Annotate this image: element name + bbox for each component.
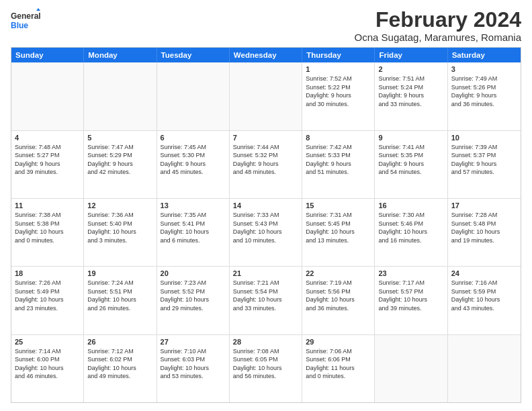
calendar-header-cell: Friday bbox=[375, 48, 447, 62]
calendar-header-cell: Thursday bbox=[302, 48, 375, 62]
cell-info: Sunrise: 7:12 AM Sunset: 6:02 PM Dayligh… bbox=[87, 347, 152, 381]
calendar-row: 25Sunrise: 7:14 AM Sunset: 6:00 PM Dayli… bbox=[11, 335, 521, 402]
cell-info: Sunrise: 7:35 AM Sunset: 5:41 PM Dayligh… bbox=[161, 211, 226, 244]
svg-text:Blue: Blue bbox=[11, 21, 28, 30]
day-number: 23 bbox=[378, 269, 443, 277]
calendar-cell: 9Sunrise: 7:41 AM Sunset: 5:35 PM Daylig… bbox=[375, 131, 447, 198]
day-number: 5 bbox=[87, 134, 152, 142]
calendar-header-cell: Monday bbox=[84, 48, 157, 62]
calendar-cell: 7Sunrise: 7:44 AM Sunset: 5:32 PM Daylig… bbox=[230, 131, 302, 198]
day-number: 28 bbox=[233, 338, 298, 346]
calendar-cell: 15Sunrise: 7:31 AM Sunset: 5:45 PM Dayli… bbox=[302, 199, 375, 266]
day-number: 26 bbox=[87, 338, 152, 346]
calendar-cell: 24Sunrise: 7:16 AM Sunset: 5:59 PM Dayli… bbox=[448, 267, 521, 334]
calendar-row: 1Sunrise: 7:52 AM Sunset: 5:22 PM Daylig… bbox=[11, 62, 521, 130]
calendar-cell bbox=[157, 62, 230, 130]
calendar-cell bbox=[448, 335, 521, 402]
cell-info: Sunrise: 7:21 AM Sunset: 5:54 PM Dayligh… bbox=[233, 279, 298, 312]
calendar-header: SundayMondayTuesdayWednesdayThursdayFrid… bbox=[11, 48, 521, 62]
day-number: 9 bbox=[378, 134, 443, 142]
calendar-row: 18Sunrise: 7:26 AM Sunset: 5:49 PM Dayli… bbox=[11, 267, 521, 334]
cell-info: Sunrise: 7:19 AM Sunset: 5:56 PM Dayligh… bbox=[306, 279, 371, 312]
day-number: 2 bbox=[378, 65, 443, 73]
day-number: 10 bbox=[451, 134, 517, 142]
calendar-cell: 14Sunrise: 7:33 AM Sunset: 5:43 PM Dayli… bbox=[230, 199, 302, 266]
cell-info: Sunrise: 7:39 AM Sunset: 5:37 PM Dayligh… bbox=[451, 143, 517, 177]
cell-info: Sunrise: 7:10 AM Sunset: 6:03 PM Dayligh… bbox=[161, 347, 226, 381]
cell-info: Sunrise: 7:17 AM Sunset: 5:57 PM Dayligh… bbox=[378, 279, 443, 312]
day-number: 25 bbox=[15, 338, 80, 346]
header: General Blue February 2024 Ocna Sugatag,… bbox=[11, 8, 521, 43]
day-number: 22 bbox=[306, 269, 371, 277]
calendar-header-cell: Sunday bbox=[11, 48, 84, 62]
logo-svg: General Blue bbox=[11, 8, 40, 32]
calendar-cell: 12Sunrise: 7:36 AM Sunset: 5:40 PM Dayli… bbox=[84, 199, 157, 266]
day-number: 13 bbox=[161, 201, 226, 210]
cell-info: Sunrise: 7:49 AM Sunset: 5:26 PM Dayligh… bbox=[451, 75, 517, 108]
cell-info: Sunrise: 7:33 AM Sunset: 5:43 PM Dayligh… bbox=[233, 211, 298, 244]
calendar-cell: 27Sunrise: 7:10 AM Sunset: 6:03 PM Dayli… bbox=[157, 335, 230, 402]
calendar-cell: 21Sunrise: 7:21 AM Sunset: 5:54 PM Dayli… bbox=[230, 267, 302, 334]
calendar-body: 1Sunrise: 7:52 AM Sunset: 5:22 PM Daylig… bbox=[11, 62, 521, 402]
cell-info: Sunrise: 7:51 AM Sunset: 5:24 PM Dayligh… bbox=[378, 75, 443, 108]
day-number: 19 bbox=[87, 269, 152, 277]
svg-text:General: General bbox=[11, 11, 40, 21]
day-number: 3 bbox=[451, 65, 517, 73]
calendar-cell: 17Sunrise: 7:28 AM Sunset: 5:48 PM Dayli… bbox=[448, 199, 521, 266]
calendar-cell: 25Sunrise: 7:14 AM Sunset: 6:00 PM Dayli… bbox=[11, 335, 84, 402]
cell-info: Sunrise: 7:28 AM Sunset: 5:48 PM Dayligh… bbox=[451, 211, 517, 244]
calendar-header-cell: Saturday bbox=[448, 48, 521, 62]
calendar-cell: 16Sunrise: 7:30 AM Sunset: 5:46 PM Dayli… bbox=[375, 199, 447, 266]
day-number: 7 bbox=[233, 134, 298, 142]
day-number: 12 bbox=[87, 201, 152, 210]
cell-info: Sunrise: 7:23 AM Sunset: 5:52 PM Dayligh… bbox=[161, 279, 226, 312]
day-number: 4 bbox=[15, 134, 80, 142]
calendar-cell: 11Sunrise: 7:38 AM Sunset: 5:38 PM Dayli… bbox=[11, 199, 84, 266]
day-number: 8 bbox=[306, 134, 371, 142]
calendar-cell: 5Sunrise: 7:47 AM Sunset: 5:29 PM Daylig… bbox=[84, 131, 157, 198]
cell-info: Sunrise: 7:42 AM Sunset: 5:33 PM Dayligh… bbox=[306, 143, 371, 177]
calendar-header-cell: Tuesday bbox=[157, 48, 230, 62]
calendar-cell: 10Sunrise: 7:39 AM Sunset: 5:37 PM Dayli… bbox=[448, 131, 521, 198]
calendar-cell: 28Sunrise: 7:08 AM Sunset: 6:05 PM Dayli… bbox=[230, 335, 302, 402]
calendar-row: 11Sunrise: 7:38 AM Sunset: 5:38 PM Dayli… bbox=[11, 199, 521, 267]
calendar-cell: 29Sunrise: 7:06 AM Sunset: 6:06 PM Dayli… bbox=[302, 335, 375, 402]
subtitle: Ocna Sugatag, Maramures, Romania bbox=[355, 32, 521, 43]
day-number: 6 bbox=[161, 134, 226, 142]
day-number: 15 bbox=[306, 201, 371, 210]
day-number: 16 bbox=[378, 201, 443, 210]
cell-info: Sunrise: 7:38 AM Sunset: 5:38 PM Dayligh… bbox=[15, 211, 80, 244]
cell-info: Sunrise: 7:26 AM Sunset: 5:49 PM Dayligh… bbox=[15, 279, 80, 312]
calendar-cell bbox=[84, 62, 157, 130]
cell-info: Sunrise: 7:44 AM Sunset: 5:32 PM Dayligh… bbox=[233, 143, 298, 177]
calendar-header-cell: Wednesday bbox=[230, 48, 302, 62]
calendar-cell: 22Sunrise: 7:19 AM Sunset: 5:56 PM Dayli… bbox=[302, 267, 375, 334]
cell-info: Sunrise: 7:36 AM Sunset: 5:40 PM Dayligh… bbox=[87, 211, 152, 244]
cell-info: Sunrise: 7:31 AM Sunset: 5:45 PM Dayligh… bbox=[306, 211, 371, 244]
calendar-cell: 1Sunrise: 7:52 AM Sunset: 5:22 PM Daylig… bbox=[302, 62, 375, 130]
page: General Blue February 2024 Ocna Sugatag,… bbox=[0, 0, 532, 411]
title-block: February 2024 Ocna Sugatag, Maramures, R… bbox=[355, 8, 521, 43]
cell-info: Sunrise: 7:30 AM Sunset: 5:46 PM Dayligh… bbox=[378, 211, 443, 244]
svg-marker-2 bbox=[36, 8, 40, 11]
day-number: 17 bbox=[451, 201, 517, 210]
main-title: February 2024 bbox=[355, 8, 521, 32]
calendar-cell: 19Sunrise: 7:24 AM Sunset: 5:51 PM Dayli… bbox=[84, 267, 157, 334]
day-number: 18 bbox=[15, 269, 80, 277]
calendar-cell: 2Sunrise: 7:51 AM Sunset: 5:24 PM Daylig… bbox=[375, 62, 447, 130]
day-number: 1 bbox=[306, 65, 371, 73]
logo: General Blue bbox=[11, 8, 40, 32]
cell-info: Sunrise: 7:48 AM Sunset: 5:27 PM Dayligh… bbox=[15, 143, 80, 177]
cell-info: Sunrise: 7:16 AM Sunset: 5:59 PM Dayligh… bbox=[451, 279, 517, 312]
cell-info: Sunrise: 7:06 AM Sunset: 6:06 PM Dayligh… bbox=[306, 347, 371, 381]
calendar-cell: 23Sunrise: 7:17 AM Sunset: 5:57 PM Dayli… bbox=[375, 267, 447, 334]
calendar-cell: 20Sunrise: 7:23 AM Sunset: 5:52 PM Dayli… bbox=[157, 267, 230, 334]
day-number: 29 bbox=[306, 338, 371, 346]
cell-info: Sunrise: 7:41 AM Sunset: 5:35 PM Dayligh… bbox=[378, 143, 443, 177]
calendar-cell bbox=[11, 62, 84, 130]
calendar-cell: 26Sunrise: 7:12 AM Sunset: 6:02 PM Dayli… bbox=[84, 335, 157, 402]
calendar-cell bbox=[230, 62, 302, 130]
day-number: 11 bbox=[15, 201, 80, 210]
cell-info: Sunrise: 7:45 AM Sunset: 5:30 PM Dayligh… bbox=[161, 143, 226, 177]
calendar-cell bbox=[375, 335, 447, 402]
